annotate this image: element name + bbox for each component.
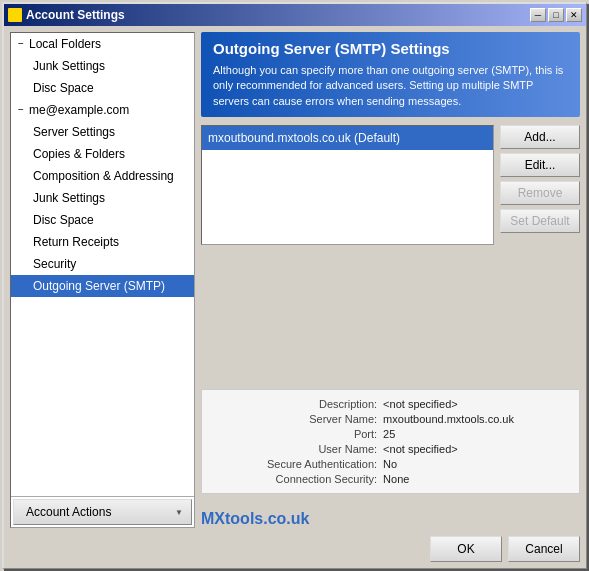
sidebar-item-junk-settings-me[interactable]: Junk Settings [11, 187, 194, 209]
toggle-me-at-example: − [15, 101, 27, 119]
smtp-list-area: mxoutbound.mxtools.co.uk (Default) [201, 125, 494, 381]
sidebar-tree: − Local Folders Junk Settings Disc Space… [11, 33, 194, 496]
sidebar-item-junk-settings-local[interactable]: Junk Settings [11, 55, 194, 77]
minimize-button[interactable]: ─ [530, 8, 546, 22]
account-settings-window: Account Settings ─ □ ✕ − Local Folders J… [2, 2, 587, 569]
window-title: Account Settings [26, 8, 125, 22]
close-button[interactable]: ✕ [566, 8, 582, 22]
connection-security-value: None [383, 473, 567, 485]
server-name-value: mxoutbound.mxtools.co.uk [383, 413, 567, 425]
connection-security-label: Connection Security: [214, 473, 377, 485]
sidebar-item-copies-folders[interactable]: Copies & Folders [11, 143, 194, 165]
sidebar-item-outgoing-server[interactable]: Outgoing Server (SMTP) [11, 275, 194, 297]
bottom-bar: OK Cancel [10, 534, 580, 562]
smtp-list-item-default[interactable]: mxoutbound.mxtools.co.uk (Default) [202, 126, 493, 150]
sidebar-item-disc-space-local[interactable]: Disc Space [11, 77, 194, 99]
sidebar-group-me-label: me@example.com [29, 101, 129, 119]
edit-server-button[interactable]: Edit... [500, 153, 580, 177]
description-value: <not specified> [383, 398, 567, 410]
add-server-button[interactable]: Add... [500, 125, 580, 149]
brand-text: MXtools.co.uk [201, 510, 580, 528]
user-name-value: <not specified> [383, 443, 567, 455]
dropdown-arrow-icon: ▼ [175, 508, 183, 517]
port-label: Port: [214, 428, 377, 440]
account-actions-button[interactable]: Account Actions ▼ [13, 499, 192, 525]
window-icon [8, 8, 22, 22]
toggle-local-folders: − [15, 35, 27, 53]
sidebar-group-local-folders-label: Local Folders [29, 35, 101, 53]
content-title: Outgoing Server (SMTP) Settings [213, 40, 568, 57]
maximize-button[interactable]: □ [548, 8, 564, 22]
sidebar: − Local Folders Junk Settings Disc Space… [10, 32, 195, 528]
smtp-action-buttons: Add... Edit... Remove Set Default [500, 125, 580, 381]
server-name-label: Server Name: [214, 413, 377, 425]
sidebar-footer: Account Actions ▼ [11, 496, 194, 527]
content-description: Although you can specify more than one o… [213, 63, 568, 109]
remove-server-button[interactable]: Remove [500, 181, 580, 205]
sidebar-group-local-folders[interactable]: − Local Folders [11, 33, 194, 55]
port-value: 25 [383, 428, 567, 440]
smtp-panel: mxoutbound.mxtools.co.uk (Default) Add..… [201, 125, 580, 381]
ok-button[interactable]: OK [430, 536, 502, 562]
server-details-panel: Description: <not specified> Server Name… [201, 389, 580, 494]
user-name-label: User Name: [214, 443, 377, 455]
main-area: − Local Folders Junk Settings Disc Space… [10, 32, 580, 528]
sidebar-group-me-at-example[interactable]: − me@example.com [11, 99, 194, 121]
description-label: Description: [214, 398, 377, 410]
set-default-button[interactable]: Set Default [500, 209, 580, 233]
title-bar: Account Settings ─ □ ✕ [4, 4, 586, 26]
cancel-button[interactable]: Cancel [508, 536, 580, 562]
content-header: Outgoing Server (SMTP) Settings Although… [201, 32, 580, 117]
sidebar-item-security[interactable]: Security [11, 253, 194, 275]
sidebar-item-return-receipts[interactable]: Return Receipts [11, 231, 194, 253]
sidebar-item-disc-space-me[interactable]: Disc Space [11, 209, 194, 231]
window-body: − Local Folders Junk Settings Disc Space… [4, 26, 586, 568]
smtp-server-list[interactable]: mxoutbound.mxtools.co.uk (Default) [201, 125, 494, 245]
sidebar-item-server-settings[interactable]: Server Settings [11, 121, 194, 143]
secure-auth-label: Secure Authentication: [214, 458, 377, 470]
account-actions-label: Account Actions [26, 505, 111, 519]
secure-auth-value: No [383, 458, 567, 470]
sidebar-item-composition-addressing[interactable]: Composition & Addressing [11, 165, 194, 187]
content-area: Outgoing Server (SMTP) Settings Although… [201, 32, 580, 528]
